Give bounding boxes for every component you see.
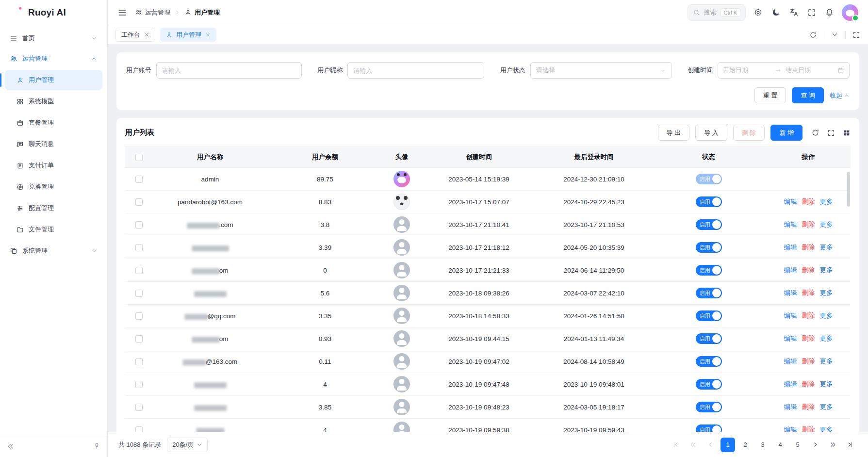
edit-link[interactable]: 编辑 [784,197,797,206]
delete-link[interactable]: 删除 [802,380,815,389]
row-checkbox[interactable] [135,335,143,343]
global-search[interactable]: 搜索 Ctrl K [688,4,746,21]
more-link[interactable]: 更多 [820,357,833,366]
expand-icon[interactable] [852,31,860,39]
more-link[interactable]: 更多 [820,425,833,432]
delete-link[interactable]: 删除 [802,403,815,411]
refresh-icon[interactable] [809,31,817,39]
more-link[interactable]: 更多 [820,403,833,411]
status-toggle[interactable]: 启用 [696,424,722,432]
last-page-button[interactable] [843,438,857,452]
status-toggle[interactable]: 启用 [696,219,722,230]
menu-toggle-icon[interactable] [117,8,127,17]
more-link[interactable]: 更多 [820,289,833,297]
select-all-checkbox[interactable] [135,154,143,161]
status-toggle[interactable]: 启用 [696,196,722,207]
row-checkbox[interactable] [135,198,143,206]
sidebar-item-files[interactable]: 文件管理 [5,219,102,240]
export-button[interactable]: 导 出 [658,125,690,141]
sidebar-item-system-management[interactable]: 系统管理 [5,241,102,261]
page-button-5[interactable]: 5 [790,438,805,452]
status-toggle[interactable]: 启用 [696,265,722,276]
sidebar-item-user-management[interactable]: 用户管理 [5,70,102,90]
delete-link[interactable]: 删除 [802,357,815,366]
import-button[interactable]: 导 入 [695,125,727,141]
more-link[interactable]: 更多 [820,220,833,229]
refresh-icon[interactable] [811,129,819,137]
page-size-select[interactable]: 20条/页 [167,438,208,452]
tab-workbench[interactable]: 工作台 [115,28,155,42]
jump-back-button[interactable] [686,438,700,452]
row-checkbox[interactable] [135,176,143,183]
status-toggle[interactable]: 启用 [696,402,722,412]
page-button-2[interactable]: 2 [738,438,753,452]
edit-link[interactable]: 编辑 [784,289,797,297]
close-icon[interactable] [205,32,211,37]
delete-link[interactable]: 删除 [802,220,815,229]
delete-link[interactable]: 删除 [802,311,815,320]
nickname-input[interactable] [347,62,484,79]
edit-link[interactable]: 编辑 [784,220,797,229]
edit-link[interactable]: 编辑 [784,425,797,432]
row-checkbox[interactable] [135,290,143,297]
next-page-button[interactable] [808,438,822,452]
account-input[interactable] [156,62,302,79]
status-toggle[interactable]: 启用 [696,310,722,321]
edit-link[interactable]: 编辑 [784,403,797,411]
status-toggle[interactable]: 启用 [696,242,722,253]
reset-button[interactable]: 重 置 [754,87,786,103]
row-checkbox[interactable] [135,358,143,365]
row-checkbox[interactable] [135,221,143,228]
status-toggle[interactable]: 启用 [696,379,722,390]
date-range-picker[interactable]: 开始日期 结束日期 [718,62,850,79]
row-checkbox[interactable] [135,426,143,432]
delete-link[interactable]: 删除 [802,266,815,275]
sidebar-item-system-models[interactable]: 系统模型 [5,91,102,112]
status-toggle[interactable]: 启用 [696,356,722,367]
more-link[interactable]: 更多 [820,266,833,275]
more-link[interactable]: 更多 [820,311,833,320]
edit-link[interactable]: 编辑 [784,380,797,389]
status-toggle[interactable]: 启用 [696,174,722,184]
delete-link[interactable]: 删除 [802,334,815,343]
breadcrumb-item-operations[interactable]: 运营管理 [135,8,170,17]
sidebar-item-packages[interactable]: 套餐管理 [5,113,102,133]
collapse-sidebar-icon[interactable] [7,442,15,450]
edit-link[interactable]: 编辑 [784,266,797,275]
row-checkbox[interactable] [135,244,143,251]
page-button-3[interactable]: 3 [755,438,770,452]
status-toggle[interactable]: 启用 [696,288,722,298]
jump-forward-button[interactable] [825,438,840,452]
more-link[interactable]: 更多 [820,243,833,252]
edit-link[interactable]: 编辑 [784,357,797,366]
chevron-down-icon[interactable] [831,31,838,38]
breadcrumb-item-user-management[interactable]: 用户管理 [184,8,220,17]
fullscreen-icon[interactable] [807,8,816,17]
sidebar-item-chat-messages[interactable]: 聊天消息 [5,134,102,154]
edit-link[interactable]: 编辑 [784,334,797,343]
gear-icon[interactable] [753,8,763,17]
first-page-button[interactable] [668,438,683,452]
edit-link[interactable]: 编辑 [784,311,797,320]
bell-icon[interactable] [825,8,834,17]
search-button[interactable]: 查 询 [792,87,824,103]
status-select[interactable]: 请选择 [530,62,672,79]
more-link[interactable]: 更多 [820,197,833,206]
moon-icon[interactable] [771,8,781,17]
sidebar-item-exchange[interactable]: 兑换管理 [5,177,102,197]
sidebar-item-operations[interactable]: 运营管理 [5,49,102,69]
delete-link[interactable]: 删除 [802,289,815,297]
delete-link[interactable]: 删除 [802,197,815,206]
page-button-1[interactable]: 1 [721,438,735,452]
scrollbar-thumb[interactable] [847,172,850,207]
delete-link[interactable]: 删除 [802,425,815,432]
sidebar-item-home[interactable]: 首页 [5,28,102,49]
edit-link[interactable]: 编辑 [784,243,797,252]
prev-page-button[interactable] [703,438,718,452]
collapse-filters-link[interactable]: 收起 [830,91,850,100]
page-button-4[interactable]: 4 [773,438,787,452]
status-toggle[interactable]: 启用 [696,333,722,344]
more-link[interactable]: 更多 [820,380,833,389]
sidebar-item-config[interactable]: 配置管理 [5,198,102,218]
add-button[interactable]: 新 增 [770,125,802,141]
